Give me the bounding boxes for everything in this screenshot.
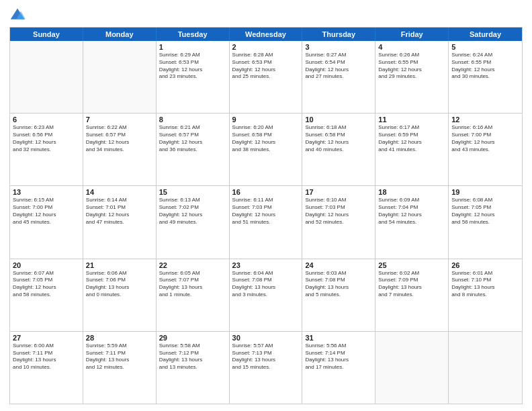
calendar-cell-day-4: 4Sunrise: 6:26 AM Sunset: 6:55 PM Daylig… [375,41,449,113]
day-number: 29 [159,334,226,342]
day-number: 17 [305,188,372,196]
calendar-cell-day-15: 15Sunrise: 6:13 AM Sunset: 7:02 PM Dayli… [157,186,230,258]
day-info-text: Sunrise: 5:57 AM Sunset: 7:13 PM Dayligh… [232,342,300,371]
calendar-cell-day-25: 25Sunrise: 6:02 AM Sunset: 7:09 PM Dayli… [375,259,449,331]
day-info-text: Sunrise: 6:16 AM Sunset: 7:00 PM Dayligh… [451,124,519,153]
day-number: 4 [378,43,445,51]
calendar-cell-day-28: 28Sunrise: 5:59 AM Sunset: 7:11 PM Dayli… [83,332,157,404]
day-info-text: Sunrise: 6:00 AM Sunset: 7:11 PM Dayligh… [13,342,80,371]
calendar-body: 1Sunrise: 6:29 AM Sunset: 6:53 PM Daylig… [10,41,522,404]
day-number: 21 [86,261,153,269]
day-info-text: Sunrise: 6:27 AM Sunset: 6:54 PM Dayligh… [305,52,372,81]
calendar-cell-day-20: 20Sunrise: 6:07 AM Sunset: 7:05 PM Dayli… [10,259,83,331]
day-info-text: Sunrise: 6:07 AM Sunset: 7:05 PM Dayligh… [13,270,80,299]
calendar-cell-empty [375,332,449,404]
day-number: 18 [378,188,445,196]
calendar-cell-day-6: 6Sunrise: 6:23 AM Sunset: 6:56 PM Daylig… [10,113,83,185]
day-info-text: Sunrise: 6:10 AM Sunset: 7:03 PM Dayligh… [305,197,372,226]
calendar-cell-day-2: 2Sunrise: 6:28 AM Sunset: 6:53 PM Daylig… [230,41,303,113]
day-number: 16 [232,188,300,196]
calendar-cell-day-1: 1Sunrise: 6:29 AM Sunset: 6:53 PM Daylig… [157,41,230,113]
calendar-cell-day-7: 7Sunrise: 6:22 AM Sunset: 6:57 PM Daylig… [83,113,157,185]
day-info-text: Sunrise: 6:14 AM Sunset: 7:01 PM Dayligh… [86,197,153,226]
day-number: 10 [305,116,372,124]
day-info-text: Sunrise: 6:26 AM Sunset: 6:55 PM Dayligh… [378,52,445,81]
day-number: 22 [159,261,226,269]
calendar-cell-day-10: 10Sunrise: 6:18 AM Sunset: 6:58 PM Dayli… [302,113,375,185]
day-number: 26 [451,261,519,269]
calendar-cell-day-3: 3Sunrise: 6:27 AM Sunset: 6:54 PM Daylig… [302,41,375,113]
calendar-cell-day-11: 11Sunrise: 6:17 AM Sunset: 6:59 PM Dayli… [375,113,449,185]
day-number: 11 [378,116,445,124]
calendar-cell-day-26: 26Sunrise: 6:01 AM Sunset: 7:10 PM Dayli… [449,259,522,331]
calendar-cell-day-13: 13Sunrise: 6:15 AM Sunset: 7:00 PM Dayli… [10,186,83,258]
calendar-cell-empty [83,41,157,113]
day-info-text: Sunrise: 6:01 AM Sunset: 7:10 PM Dayligh… [451,270,519,299]
calendar-cell-day-31: 31Sunrise: 5:56 AM Sunset: 7:14 PM Dayli… [302,332,375,404]
day-info-text: Sunrise: 6:04 AM Sunset: 7:08 PM Dayligh… [232,270,300,299]
day-number: 7 [86,116,153,124]
weekday-header-thursday: Thursday [302,28,375,41]
day-number: 1 [159,43,226,51]
day-number: 24 [305,261,372,269]
calendar-cell-day-27: 27Sunrise: 6:00 AM Sunset: 7:11 PM Dayli… [10,332,83,404]
calendar-cell-day-16: 16Sunrise: 6:11 AM Sunset: 7:03 PM Dayli… [230,186,303,258]
calendar-cell-day-19: 19Sunrise: 6:08 AM Sunset: 7:05 PM Dayli… [449,186,522,258]
calendar-cell-day-9: 9Sunrise: 6:20 AM Sunset: 6:58 PM Daylig… [230,113,303,185]
calendar-row-3: 20Sunrise: 6:07 AM Sunset: 7:05 PM Dayli… [10,259,522,331]
day-info-text: Sunrise: 6:24 AM Sunset: 6:55 PM Dayligh… [451,52,519,81]
day-number: 3 [305,43,372,51]
day-info-text: Sunrise: 6:13 AM Sunset: 7:02 PM Dayligh… [159,197,226,226]
day-info-text: Sunrise: 5:58 AM Sunset: 7:12 PM Dayligh… [159,342,226,371]
day-info-text: Sunrise: 6:18 AM Sunset: 6:58 PM Dayligh… [305,124,372,153]
calendar-row-2: 13Sunrise: 6:15 AM Sunset: 7:00 PM Dayli… [10,185,522,258]
day-number: 28 [86,334,153,342]
page: SundayMondayTuesdayWednesdayThursdayFrid… [0,0,532,411]
calendar-cell-empty [449,332,522,404]
calendar-cell-day-8: 8Sunrise: 6:21 AM Sunset: 6:57 PM Daylig… [157,113,230,185]
day-info-text: Sunrise: 6:17 AM Sunset: 6:59 PM Dayligh… [378,124,445,153]
day-info-text: Sunrise: 6:23 AM Sunset: 6:56 PM Dayligh… [13,124,80,153]
day-number: 14 [86,188,153,196]
calendar-cell-day-30: 30Sunrise: 5:57 AM Sunset: 7:13 PM Dayli… [230,332,303,404]
day-number: 27 [13,334,80,342]
weekday-header-friday: Friday [375,28,449,41]
calendar-cell-day-24: 24Sunrise: 6:03 AM Sunset: 7:08 PM Dayli… [302,259,375,331]
calendar-cell-day-21: 21Sunrise: 6:06 AM Sunset: 7:06 PM Dayli… [83,259,157,331]
day-info-text: Sunrise: 5:56 AM Sunset: 7:14 PM Dayligh… [305,342,372,371]
day-info-text: Sunrise: 6:05 AM Sunset: 7:07 PM Dayligh… [159,270,226,299]
day-info-text: Sunrise: 6:02 AM Sunset: 7:09 PM Dayligh… [378,270,445,299]
day-number: 12 [451,116,519,124]
calendar-cell-day-23: 23Sunrise: 6:04 AM Sunset: 7:08 PM Dayli… [230,259,303,331]
day-info-text: Sunrise: 6:06 AM Sunset: 7:06 PM Dayligh… [86,270,153,299]
day-info-text: Sunrise: 6:09 AM Sunset: 7:04 PM Dayligh… [378,197,445,226]
day-info-text: Sunrise: 5:59 AM Sunset: 7:11 PM Dayligh… [86,342,153,371]
day-number: 9 [232,116,300,124]
calendar-cell-day-5: 5Sunrise: 6:24 AM Sunset: 6:55 PM Daylig… [449,41,522,113]
day-info-text: Sunrise: 6:29 AM Sunset: 6:53 PM Dayligh… [159,52,226,81]
calendar-row-1: 6Sunrise: 6:23 AM Sunset: 6:56 PM Daylig… [10,113,522,185]
weekday-header-sunday: Sunday [10,28,83,41]
day-number: 25 [378,261,445,269]
day-number: 30 [232,334,300,342]
header [9,7,523,23]
day-number: 13 [13,188,80,196]
day-number: 15 [159,188,226,196]
calendar-row-4: 27Sunrise: 6:00 AM Sunset: 7:11 PM Dayli… [10,331,522,404]
day-info-text: Sunrise: 6:28 AM Sunset: 6:53 PM Dayligh… [232,52,300,81]
day-info-text: Sunrise: 6:15 AM Sunset: 7:00 PM Dayligh… [13,197,80,226]
day-number: 6 [13,116,80,124]
logo [9,7,28,23]
calendar-header: SundayMondayTuesdayWednesdayThursdayFrid… [10,28,522,41]
weekday-header-saturday: Saturday [449,28,522,41]
day-number: 20 [13,261,80,269]
calendar-cell-day-17: 17Sunrise: 6:10 AM Sunset: 7:03 PM Dayli… [302,186,375,258]
calendar-row-0: 1Sunrise: 6:29 AM Sunset: 6:53 PM Daylig… [10,41,522,113]
day-info-text: Sunrise: 6:20 AM Sunset: 6:58 PM Dayligh… [232,124,300,153]
day-number: 2 [232,43,300,51]
day-info-text: Sunrise: 6:11 AM Sunset: 7:03 PM Dayligh… [232,197,300,226]
weekday-header-tuesday: Tuesday [157,28,230,41]
day-info-text: Sunrise: 6:03 AM Sunset: 7:08 PM Dayligh… [305,270,372,299]
day-number: 19 [451,188,519,196]
day-number: 23 [232,261,300,269]
